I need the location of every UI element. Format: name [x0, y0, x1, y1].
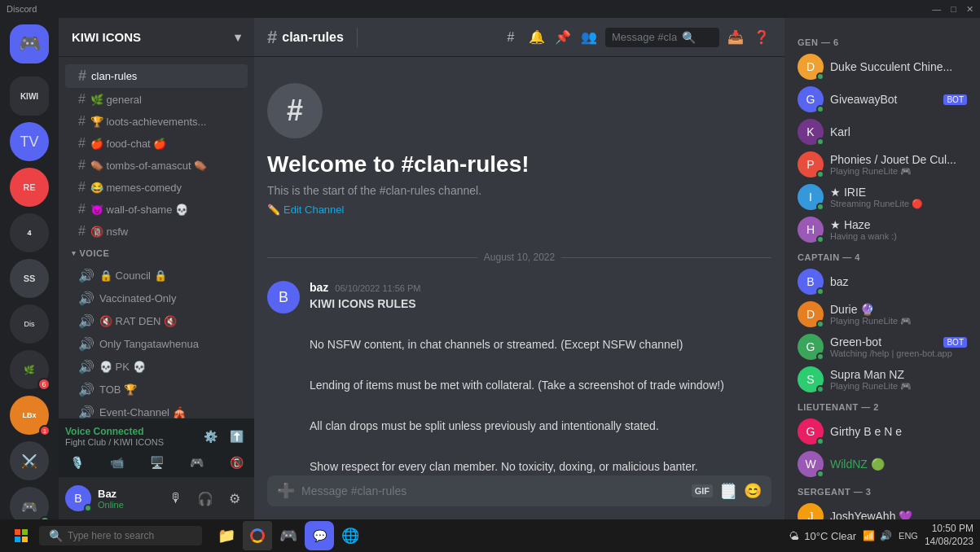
channel-item-tombs[interactable]: # ⚰️ tombs-of-amascut ⚰️ — [65, 155, 248, 176]
channel-item-vaccinated[interactable]: 🔊 Vaccinated-Only — [65, 287, 248, 309]
message-header: baz 06/10/2022 11:56 PM — [310, 281, 771, 294]
taskbar-app-files[interactable]: 📁 — [212, 521, 241, 550]
svg-rect-1 — [22, 529, 28, 535]
voice-video-button[interactable]: 📹 — [105, 451, 128, 474]
message-input-area: ➕ GIF 🗒️ 😊 — [254, 475, 784, 519]
channel-item-event[interactable]: 🔊 Event-Channel 🎪 — [65, 401, 248, 418]
member-wildnz[interactable]: W WildNZ 🟢 — [791, 448, 973, 480]
member-avatar-josh: J — [798, 503, 824, 519]
member-karl[interactable]: K Karl — [791, 116, 973, 148]
voice-screen-button[interactable]: 🖥️ — [145, 451, 168, 474]
voice-category[interactable]: ▾ VOICE + — [59, 243, 254, 264]
taskbar-app-chrome[interactable] — [243, 521, 272, 550]
taskbar-app-runescape[interactable]: 🎮 — [274, 521, 303, 550]
member-supra[interactable]: S Supra Man NZ Playing RuneLite 🎮 — [791, 363, 973, 396]
message-text: KIWI ICONS RULES No NSFW content, in cha… — [310, 296, 771, 475]
channel-item-loots[interactable]: # 🏆 loots-achievements... — [65, 111, 248, 132]
start-button[interactable] — [7, 521, 36, 550]
member-haze[interactable]: H ★ Haze Having a wank :) — [791, 213, 973, 246]
server-icon-kiwi[interactable]: KIWI — [10, 77, 49, 116]
server-icon-re[interactable]: RE — [10, 168, 49, 207]
voice-settings-icon[interactable]: ⚙️ — [199, 425, 222, 448]
close-button[interactable]: ✕ — [966, 4, 973, 15]
sticker-button[interactable]: 🗒️ — [719, 482, 737, 500]
taskbar-search-input[interactable] — [68, 530, 190, 541]
voice-leave-button[interactable]: 📵 — [225, 451, 248, 474]
user-status-dot — [84, 504, 92, 512]
edit-channel-label: Edit Channel — [283, 204, 344, 216]
help-icon[interactable]: ❓ — [752, 28, 771, 47]
search-input[interactable] — [612, 31, 677, 43]
speaker-icon: 🔊 — [78, 405, 94, 418]
inbox-icon[interactable]: 📥 — [726, 28, 745, 47]
members-icon[interactable]: 👥 — [579, 28, 599, 47]
member-baz[interactable]: B baz — [791, 265, 973, 298]
avatar-letter: B — [74, 492, 81, 505]
member-duke[interactable]: D Duke Succulent Chine... — [791, 50, 973, 83]
member-girthy[interactable]: G Girthy B e N e — [791, 415, 973, 448]
channel-item-shame[interactable]: # 😈 wall-of-shame 💀 — [65, 199, 248, 220]
welcome-section: # Welcome to #clan-rules! This is the st… — [267, 70, 771, 235]
server-icon-ss[interactable]: SS — [10, 259, 49, 298]
message-input[interactable] — [301, 484, 685, 497]
mic-button[interactable]: 🎙 — [163, 485, 189, 511]
channel-item-general[interactable]: # 🌿 general — [65, 89, 248, 110]
add-file-button[interactable]: ➕ — [277, 482, 295, 500]
emoji-button[interactable]: 😊 — [744, 482, 762, 500]
taskbar-app-browser[interactable]: 🌐 — [336, 521, 365, 550]
network-icon: 📶 — [863, 530, 875, 541]
titlebar-title: Discord — [7, 4, 37, 14]
channel-item-tangatawhenua[interactable]: 🔊 Only Tangatawhenua — [65, 333, 248, 355]
status-dot — [816, 353, 824, 361]
server-icon-lb[interactable]: LBx 1 — [10, 396, 49, 435]
member-greenbot[interactable]: G Green-bot BOT Watching /help | green-b… — [791, 331, 973, 363]
channel-item-pk[interactable]: 🔊 💀 PK 💀 — [65, 356, 248, 378]
taskbar-search[interactable]: 🔍 — [39, 526, 202, 545]
member-josh[interactable]: J JoshYewAhh 💜 — [791, 500, 973, 519]
headset-button[interactable]: 🎧 — [192, 485, 218, 511]
pin-icon[interactable]: 📌 — [553, 28, 573, 47]
server-icon-discord-home[interactable]: 🎮 — [10, 24, 49, 64]
user-info: Baz Online — [98, 488, 156, 510]
channel-item-rat-den[interactable]: 🔊 🔇 RAT DEN 🔇 — [65, 310, 248, 332]
maximize-button[interactable]: □ — [951, 4, 956, 15]
server-name: KIWI ICONS — [72, 30, 141, 44]
settings-button[interactable]: ⚙ — [222, 485, 248, 511]
threads-icon[interactable]: # — [501, 28, 521, 47]
channel-item-memes[interactable]: # 😂 memes-comedy — [65, 177, 248, 198]
server-icon-4[interactable]: 4 — [10, 213, 49, 252]
server-icon-unknown1[interactable]: 🌿 6 — [10, 350, 49, 389]
taskbar-app-discord[interactable]: 💬 — [305, 521, 334, 550]
channel-item-clan-rules[interactable]: # clan-rules — [65, 64, 248, 88]
edit-channel-button[interactable]: ✏️ Edit Channel — [267, 204, 344, 216]
date-display: 14/08/2023 — [925, 536, 973, 549]
member-durie[interactable]: D Durie 🔮 Playing RuneLite 🎮 — [791, 298, 973, 331]
voice-connected-bar: Voice Connected Fight Club / KIWI ICONS … — [59, 418, 254, 477]
minimize-button[interactable]: — — [932, 4, 941, 15]
notifications-icon[interactable]: 🔔 — [527, 28, 547, 47]
hash-icon: # — [78, 202, 86, 217]
gif-button[interactable]: GIF — [692, 484, 713, 497]
server-header[interactable]: KIWI ICONS ▾ — [59, 18, 254, 57]
channel-item-council[interactable]: 🔊 🔒 Council 🔒 — [65, 265, 248, 287]
member-phonies[interactable]: P Phonies / Jouet De Cul... Playing Rune… — [791, 148, 973, 181]
voice-mute-button[interactable]: 🎙️ — [65, 451, 88, 474]
search-box[interactable]: 🔍 — [605, 28, 719, 47]
member-avatar-durie: D — [798, 301, 824, 327]
voice-activity-button[interactable]: 🎮 — [185, 451, 208, 474]
server-icon-tv[interactable]: TV — [10, 122, 49, 161]
server-icon-dis[interactable]: Dis — [10, 304, 49, 344]
member-giveawaybot[interactable]: G GiveawayBot BOT — [791, 83, 973, 116]
member-irie[interactable]: I ★ IRIE Streaming RuneLite 🔴 — [791, 181, 973, 213]
main-layout: 🎮 KIWI TV RE 4 SS Dis 🌿 6 LBx 1 ⚔️ — [0, 18, 980, 519]
taskbar-system-icons: 🌤 10°C Clear — [789, 530, 856, 542]
discord-logo-icon: 🎮 — [19, 33, 41, 55]
weather-icon: 🌤 — [789, 530, 799, 542]
channel-item-food-chat[interactable]: # 🍎 food-chat 🍎 — [65, 133, 248, 154]
voice-expand-icon[interactable]: ⬆️ — [225, 425, 248, 448]
server-icon-pj[interactable]: 🎮 11 — [10, 487, 49, 519]
user-panel: B Baz Online 🎙 🎧 ⚙ — [59, 477, 254, 519]
channel-item-nsfw[interactable]: # 🔞 nsfw — [65, 221, 248, 242]
channel-item-tob[interactable]: 🔊 TOB 🏆 — [65, 379, 248, 401]
server-icon-game[interactable]: ⚔️ — [10, 441, 49, 480]
